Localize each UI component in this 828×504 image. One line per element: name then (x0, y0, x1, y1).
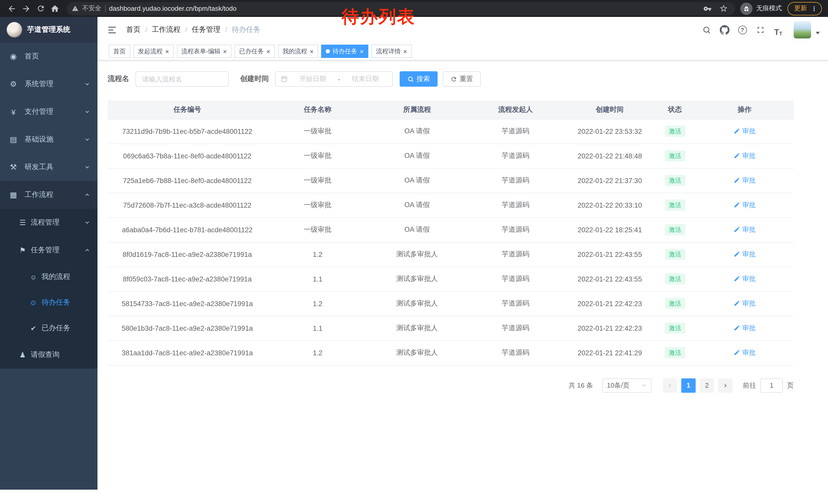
close-icon[interactable]: × (310, 48, 314, 55)
process-name-input[interactable] (135, 71, 229, 87)
app-logo[interactable]: 芋道管理系统 (0, 17, 97, 43)
task-name-cell: 一级审批 (267, 144, 368, 168)
close-icon[interactable]: × (266, 48, 270, 55)
filter-bar: 流程名 创建时间 开始日期 - 结束日期 搜索 (108, 71, 828, 87)
tab-process-detail[interactable]: 流程详情 × (371, 45, 412, 58)
browser-reload-button[interactable] (34, 2, 47, 15)
avatar-dropdown-caret-icon[interactable] (816, 32, 820, 34)
chevron-up-icon (84, 247, 90, 253)
initiator-cell: 芋道源码 (466, 217, 565, 242)
browser-home-button[interactable] (48, 2, 61, 15)
person-icon: ♟ (18, 351, 27, 359)
approve-link[interactable]: 审批 (734, 299, 756, 308)
approve-link[interactable]: 审批 (734, 348, 756, 357)
approve-link[interactable]: 审批 (734, 151, 756, 161)
end-date-placeholder[interactable]: 结束日期 (343, 74, 387, 84)
task-name-cell: 1.1 (267, 316, 368, 340)
password-key-icon[interactable] (701, 4, 714, 12)
workflow-submenu: ☰ 流程管理 ⚑ 任务管理 ☺ 我的流程 ⊙ (0, 209, 97, 369)
breadcrumb-separator: / (145, 26, 147, 34)
start-date-placeholder[interactable]: 开始日期 (291, 74, 335, 84)
initiator-cell: 芋道源码 (466, 316, 565, 340)
fullscreen-icon[interactable] (754, 23, 767, 36)
breadcrumb-task-management[interactable]: 任务管理 (192, 25, 220, 34)
browser-forward-button[interactable] (19, 2, 33, 15)
sidebar-item-label: 首页 (25, 52, 39, 61)
bookmark-star-icon[interactable] (717, 4, 730, 13)
annotation-title: 待办列表 (342, 5, 416, 29)
font-size-icon[interactable]: TT (772, 23, 785, 36)
tab-form-edit[interactable]: 流程表单-编辑 × (177, 45, 232, 58)
table-header-row: 任务编号 任务名称 所属流程 流程发起人 创建时间 状态 操作 (108, 100, 794, 119)
approve-link[interactable]: 审批 (734, 200, 756, 210)
sidebar-item-label: 已办任务 (42, 324, 70, 333)
date-range-picker[interactable]: 开始日期 - 结束日期 (275, 71, 393, 87)
todo-task-table: 任务编号 任务名称 所属流程 流程发起人 创建时间 状态 操作 (108, 100, 794, 365)
chevron-down-icon (84, 220, 90, 226)
table-row: 8f0d1619-7ac8-11ec-a9e2-a2380e71991a 1.2… (108, 242, 794, 267)
search-icon[interactable] (700, 23, 713, 36)
sidebar-item-process-management[interactable]: ☰ 流程管理 (0, 209, 97, 236)
created-cell: 2022-01-21 22:42:23 (565, 291, 655, 316)
task-id-cell: 75d72608-7b7f-11ec-a3c8-acde48001122 (108, 193, 267, 217)
tab-start-process[interactable]: 发起流程 × (133, 45, 174, 58)
tab-done-tasks[interactable]: 已办任务 × (235, 45, 275, 58)
approve-link[interactable]: 审批 (734, 250, 756, 259)
breadcrumb-home[interactable]: 首页 (126, 25, 140, 34)
initiator-cell: 芋道源码 (466, 267, 565, 291)
tab-my-process[interactable]: 我的流程 × (278, 45, 318, 58)
next-page-button[interactable] (718, 378, 733, 393)
table-row: 069c6a63-7b8a-11ec-8ef0-acde48001122 一级审… (108, 144, 794, 168)
github-icon[interactable] (718, 23, 731, 36)
sidebar-item-infrastructure[interactable]: ▤ 基础设施 (0, 126, 97, 153)
help-icon[interactable]: ? (736, 23, 749, 36)
sidebar-item-workflow[interactable]: ▦ 工作流程 (0, 181, 97, 209)
avatar[interactable] (794, 21, 811, 39)
page-size-select[interactable]: 10条/页 (602, 378, 652, 393)
approve-link[interactable]: 审批 (734, 127, 756, 136)
approve-link[interactable]: 审批 (734, 176, 756, 185)
done-check-icon: ✔ (29, 324, 37, 332)
sidebar-item-my-process[interactable]: ☺ 我的流程 (0, 264, 97, 290)
sidebar-item-home[interactable]: ◉ 首页 (0, 43, 97, 70)
not-secure-warning-icon (72, 5, 79, 12)
goto-page-input[interactable] (760, 378, 783, 393)
initiator-cell: 芋道源码 (466, 340, 565, 365)
approve-link[interactable]: 审批 (734, 225, 756, 234)
browser-menu-icon[interactable] (811, 5, 818, 12)
collapse-sidebar-icon[interactable] (106, 24, 118, 36)
sidebar-item-payment-management[interactable]: ¥ 支付管理 (0, 98, 97, 126)
page-button-1[interactable]: 1 (681, 378, 696, 393)
tab-todo-tasks[interactable]: 待办任务 × (321, 45, 368, 58)
browser-update-button[interactable]: 更新 (787, 2, 822, 15)
sidebar-item-system-management[interactable]: ⚙ 系统管理 (0, 70, 97, 98)
close-icon[interactable]: × (223, 48, 227, 55)
table-row: 58154733-7ac8-11ec-a9e2-a2380e71991a 1.2… (108, 291, 794, 316)
navbar-actions: ? TT (700, 21, 820, 39)
sidebar-item-done-tasks[interactable]: ✔ 已办任务 (0, 315, 97, 341)
status-badge: 激活 (665, 175, 685, 186)
process-cell: OA 请假 (368, 217, 466, 242)
search-button[interactable]: 搜索 (400, 71, 438, 87)
close-icon[interactable]: × (165, 48, 169, 55)
approve-link[interactable]: 审批 (734, 274, 756, 283)
approve-link[interactable]: 审批 (734, 324, 756, 333)
goto-label: 前往 (743, 381, 756, 390)
sidebar-item-leave-query[interactable]: ♟ 请假查询 (0, 341, 97, 369)
reset-button[interactable]: 重置 (443, 71, 481, 87)
prev-page-button[interactable] (663, 378, 677, 393)
sidebar-item-task-management[interactable]: ⚑ 任务管理 (0, 236, 97, 264)
sidebar-item-todo-tasks[interactable]: ⊙ 待办任务 (0, 290, 97, 315)
column-header: 流程发起人 (466, 100, 565, 119)
close-icon[interactable]: × (360, 48, 364, 55)
browser-back-button[interactable] (5, 2, 18, 15)
page-button-2[interactable]: 2 (700, 378, 714, 393)
close-icon[interactable]: × (403, 48, 407, 55)
tab-home[interactable]: 首页 (109, 45, 130, 58)
calendar-icon (281, 75, 288, 83)
sidebar-item-dev-tools[interactable]: ⚒ 研发工具 (0, 153, 97, 181)
breadcrumb-workflow[interactable]: 工作流程 (152, 25, 180, 34)
column-header: 任务名称 (267, 100, 368, 119)
table-row: a6aba0a4-7b6d-11ec-b781-acde48001122 一级审… (108, 217, 794, 242)
infrastructure-icon: ▤ (7, 135, 19, 144)
